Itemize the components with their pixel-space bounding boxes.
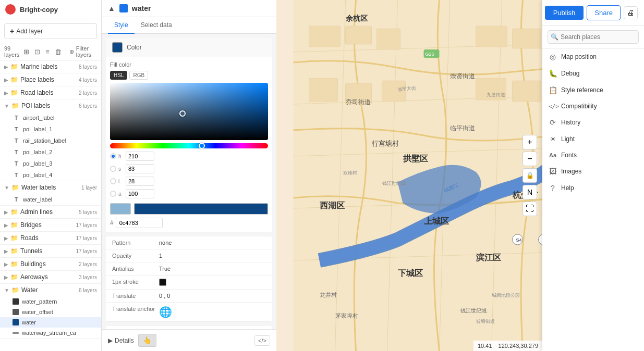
- layer-actions: 99 layers ⊞ ⊡ ≡ 🗑 ⊛ Filter layers: [0, 43, 101, 60]
- search-input[interactable]: [548, 30, 639, 44]
- group-header-aeroways[interactable]: ▶ 📁 Aeroways 3 layers: [0, 271, 101, 283]
- group-header-road[interactable]: ▶ 📁 Road labels 2 layers: [0, 86, 101, 99]
- menu-item-help[interactable]: ? Help: [542, 180, 644, 196]
- code-view-btn[interactable]: </>: [254, 335, 270, 346]
- layer-item-water[interactable]: water: [0, 317, 101, 328]
- group-header-roads[interactable]: ▶ 📁 Roads 17 layers: [0, 232, 101, 244]
- chevron-icon: ▶: [4, 64, 8, 70]
- group-header-bridges[interactable]: ▶ 📁 Bridges 17 layers: [0, 219, 101, 231]
- color-preview-row: [110, 203, 268, 215]
- layer-item-water-pattern[interactable]: water_pattern: [0, 296, 101, 307]
- zoom-out-btn[interactable]: −: [523, 152, 537, 166]
- hex-input[interactable]: [116, 218, 163, 228]
- icon-btn-2[interactable]: ⊡: [33, 47, 41, 57]
- group-header-place[interactable]: ▶ 📁 Place labels 4 layers: [0, 73, 101, 86]
- cursor-mode-btn[interactable]: 👆: [138, 334, 156, 347]
- group-marine-labels: ▶ 📁 Marine labels 8 layers: [0, 60, 101, 73]
- layer-item-airport-label[interactable]: T airport_label: [0, 112, 101, 123]
- menu-item-images[interactable]: 🖼 Images: [542, 163, 644, 180]
- group-badge: 2 layers: [79, 90, 97, 96]
- layer-item-poi-label-1[interactable]: T poi_label_1: [0, 123, 101, 135]
- publish-button[interactable]: Publish: [545, 6, 584, 20]
- icon-btn-1[interactable]: ⊞: [22, 47, 30, 57]
- fullscreen-btn[interactable]: ⛶: [523, 202, 537, 216]
- details-btn[interactable]: ▶ Details: [108, 337, 134, 344]
- chevron-icon: ▶: [4, 235, 8, 241]
- type-icon: T: [13, 114, 20, 121]
- group-header-admin[interactable]: ▶ 📁 Admin lines 5 layers: [0, 206, 101, 218]
- h-input[interactable]: [126, 152, 154, 161]
- group-header-water[interactable]: ▼ 📁 Water 6 layers: [0, 284, 101, 296]
- debug-icon: 🐛: [549, 69, 557, 78]
- menu-item-fonts[interactable]: Aa Fonts: [542, 147, 644, 163]
- delete-layer-btn[interactable]: 🗑: [54, 47, 63, 57]
- group-header-buildings[interactable]: ▶ 📁 Buildings 2 layers: [0, 258, 101, 270]
- layer-item-waterway-stream[interactable]: waterway_stream_ca: [0, 328, 101, 338]
- svg-text:西湖区: 西湖区: [320, 201, 345, 210]
- folder-icon: 📁: [11, 102, 19, 109]
- folder-icon: 📁: [10, 63, 18, 70]
- rgb-btn[interactable]: RGB: [129, 71, 148, 80]
- gradient-handle[interactable]: [179, 110, 186, 117]
- menu-item-history[interactable]: ⟳ History: [542, 114, 644, 131]
- layer-item-poi-label-4[interactable]: T poi_label_4: [0, 169, 101, 181]
- svg-text:S4: S4: [516, 237, 522, 243]
- pattern-label: Pattern: [112, 240, 159, 246]
- group-header-poi[interactable]: ▼ 📁 POI labels 6 layers: [0, 99, 101, 112]
- group-badge: 17 layers: [76, 235, 97, 241]
- hue-slider[interactable]: [110, 143, 268, 148]
- group-badge: 2 layers: [79, 261, 97, 267]
- folder-icon: 📁: [10, 234, 18, 242]
- svg-rect-11: [309, 26, 341, 47]
- layer-item-poi-label-2[interactable]: T poi_label_2: [0, 146, 101, 158]
- menu-item-light[interactable]: ☀ Light: [542, 131, 644, 147]
- svg-text:龙井村: 龙井村: [320, 292, 337, 298]
- s-input[interactable]: [126, 164, 154, 173]
- a-input[interactable]: [126, 189, 154, 198]
- menu-item-style-reference[interactable]: 📋 Style reference: [542, 82, 644, 98]
- layer-header: ▲ water: [102, 0, 276, 17]
- menu-label: Fonts: [561, 152, 577, 159]
- compatibility-icon: </>: [549, 103, 557, 110]
- menu-item-compatibility[interactable]: </> Compatibility: [542, 98, 644, 114]
- s-radio[interactable]: [110, 166, 116, 172]
- menu-item-debug[interactable]: 🐛 Debug: [542, 65, 644, 82]
- group-badge: 6 layers: [79, 103, 97, 109]
- gradient-picker[interactable]: [110, 83, 268, 140]
- a-radio[interactable]: [110, 191, 116, 197]
- add-layer-button[interactable]: + Add layer: [4, 23, 97, 39]
- icon-btn-3[interactable]: ≡: [44, 47, 51, 57]
- print-button[interactable]: 🖨: [624, 6, 638, 19]
- layer-item-rail-station[interactable]: T rail_station_label: [0, 135, 101, 146]
- share-button[interactable]: Share: [587, 5, 621, 20]
- hue-handle[interactable]: [199, 143, 205, 149]
- layer-item-poi-label-3[interactable]: T poi_label_3: [0, 158, 101, 169]
- tab-select-data[interactable]: Select data: [135, 17, 178, 34]
- svg-text:行宫塘村: 行宫塘村: [372, 140, 399, 147]
- layer-name: poi_label_4: [23, 172, 52, 178]
- group-name: Water: [21, 286, 79, 294]
- layer-item-water-offset[interactable]: water_offset: [0, 307, 101, 317]
- hsl-l-row: l: [110, 177, 268, 186]
- map-area[interactable]: 余杭区 崇贤街道 星桥街道 乔司街道 崇贤街道 行宫塘村 临平街道 西湖区 上城…: [276, 0, 644, 351]
- group-header-water-labels[interactable]: ▼ 📁 Water labels 1 layer: [0, 181, 101, 194]
- svg-text:双峰村: 双峰村: [343, 170, 357, 176]
- h-radio[interactable]: [110, 153, 116, 159]
- tab-style[interactable]: Style: [108, 17, 135, 34]
- zoom-in-btn[interactable]: +: [523, 135, 537, 149]
- lock-bearing-btn[interactable]: 🔒: [523, 168, 537, 183]
- group-header-marine[interactable]: ▶ 📁 Marine labels 8 layers: [0, 60, 101, 73]
- folder-icon: 📁: [10, 208, 18, 216]
- menu-item-map-position[interactable]: ◎ Map position: [542, 48, 644, 65]
- l-input[interactable]: [126, 177, 154, 186]
- stroke-row: 1px stroke: [106, 275, 272, 290]
- l-radio[interactable]: [110, 178, 116, 184]
- chevron-icon: ▶: [4, 90, 8, 96]
- layer-item-water-label[interactable]: T water_label: [0, 194, 101, 205]
- chevron-icon: ▶: [4, 222, 8, 228]
- group-header-tunnels[interactable]: ▶ 📁 Tunnels 17 layers: [0, 245, 101, 257]
- hex-prefix: #: [110, 219, 114, 227]
- filter-layers-btn[interactable]: ⊛ Filter layers: [69, 45, 97, 58]
- hsl-btn[interactable]: HSL: [110, 71, 127, 80]
- compass-btn[interactable]: N: [523, 185, 537, 199]
